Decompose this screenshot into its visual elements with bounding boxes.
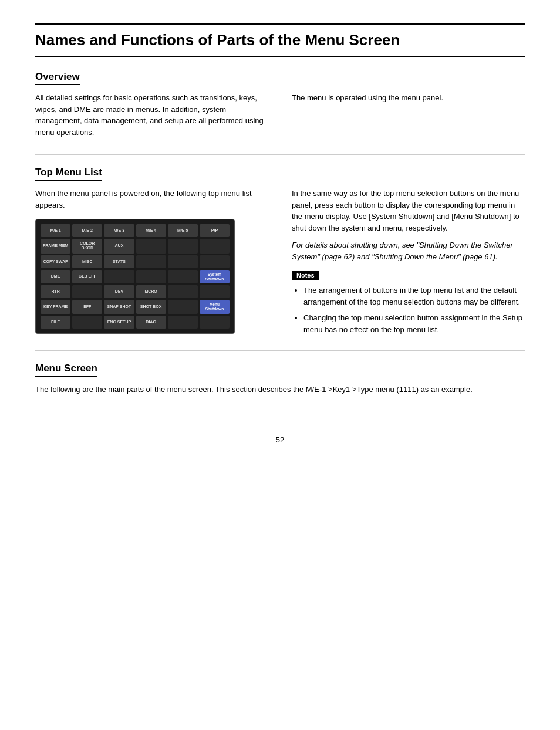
menu-button: M/E 3 — [104, 224, 134, 237]
menu-button: COLOR BKGD — [72, 239, 102, 254]
top-menu-list-intro: When the menu panel is powered on, the f… — [35, 188, 268, 211]
menu-panel: M/E 1M/E 2M/E 3M/E 4M/E 5P/PFRAME MEMCOL… — [35, 219, 235, 334]
menu-button: M/E 4 — [136, 224, 166, 237]
menu-button: STATS — [104, 255, 134, 268]
menu-button: GLB EFF — [72, 270, 102, 284]
menu-button: M/E 5 — [168, 224, 198, 237]
overview-left-text: All detailed settings for basic operatio… — [35, 92, 268, 138]
top-menu-list-left: When the menu panel is powered on, the f… — [35, 188, 268, 340]
page-number: 52 — [35, 435, 525, 444]
menu-button: Menu Shutdown — [200, 300, 230, 314]
menu-button — [168, 255, 198, 268]
menu-button: P/P — [200, 224, 230, 237]
overview-left: All detailed settings for basic operatio… — [35, 92, 268, 144]
menu-button — [136, 239, 166, 254]
overview-right-text: The menu is operated using the menu pane… — [292, 92, 525, 104]
menu-button: DEV — [104, 285, 134, 298]
menu-button — [72, 316, 102, 329]
menu-button: KEY FRAME — [41, 300, 70, 314]
notes-box: Notes The arrangement of buttons in the … — [292, 271, 525, 335]
menu-button: M/E 1 — [41, 224, 70, 237]
menu-button — [72, 285, 102, 298]
menu-button — [168, 239, 198, 254]
top-menu-list-section: Top Menu List When the menu panel is pow… — [35, 167, 525, 351]
menu-button — [168, 270, 198, 284]
menu-button — [200, 285, 230, 298]
notes-item: Changing the top menu selection button a… — [303, 312, 525, 335]
overview-right: The menu is operated using the menu pane… — [292, 92, 525, 144]
top-menu-list-content: When the menu panel is powered on, the f… — [35, 188, 525, 340]
top-menu-list-title: Top Menu List — [35, 167, 102, 181]
top-menu-italic: For details about shutting down, see "Sh… — [292, 239, 525, 262]
menu-button: EFF — [72, 300, 102, 314]
menu-button: MISC — [72, 255, 102, 268]
page-title: Names and Functions of Parts of the Menu… — [35, 23, 525, 57]
menu-button — [168, 285, 198, 298]
notes-label: Notes — [292, 271, 319, 280]
menu-button: RTR — [41, 285, 70, 298]
menu-button — [104, 270, 134, 284]
menu-button — [136, 270, 166, 284]
menu-screen-section: Menu Screen The following are the main p… — [35, 363, 525, 412]
menu-button — [200, 239, 230, 254]
top-menu-right-text: In the same way as for the top menu sele… — [292, 188, 525, 234]
menu-button: FILE — [41, 316, 70, 329]
menu-screen-text: The following are the main parts of the … — [35, 384, 525, 396]
notes-list: The arrangement of buttons in the top me… — [292, 285, 525, 335]
menu-button: System Shutdown — [200, 270, 230, 284]
menu-screen-title: Menu Screen — [35, 363, 97, 377]
menu-button: SNAP SHOT — [104, 300, 134, 314]
menu-button — [168, 316, 198, 329]
menu-button: M/E 2 — [72, 224, 102, 237]
menu-grid: M/E 1M/E 2M/E 3M/E 4M/E 5P/PFRAME MEMCOL… — [41, 224, 230, 329]
menu-button: SHOT BOX — [136, 300, 166, 314]
menu-button — [200, 316, 230, 329]
menu-button: ENG SETUP — [104, 316, 134, 329]
menu-button: MCRO — [136, 285, 166, 298]
top-menu-list-right: In the same way as for the top menu sele… — [292, 188, 525, 340]
menu-button — [168, 300, 198, 314]
overview-section: Overview All detailed settings for basic… — [35, 71, 525, 155]
menu-button: DME — [41, 270, 70, 284]
menu-button: AUX — [104, 239, 134, 254]
menu-button: COPY SWAP — [41, 255, 70, 268]
menu-button: FRAME MEM — [41, 239, 70, 254]
overview-content: All detailed settings for basic operatio… — [35, 92, 525, 144]
overview-title: Overview — [35, 71, 80, 85]
notes-item: The arrangement of buttons in the top me… — [303, 285, 525, 307]
menu-button: DIAG — [136, 316, 166, 329]
menu-button — [200, 255, 230, 268]
menu-button — [136, 255, 166, 268]
